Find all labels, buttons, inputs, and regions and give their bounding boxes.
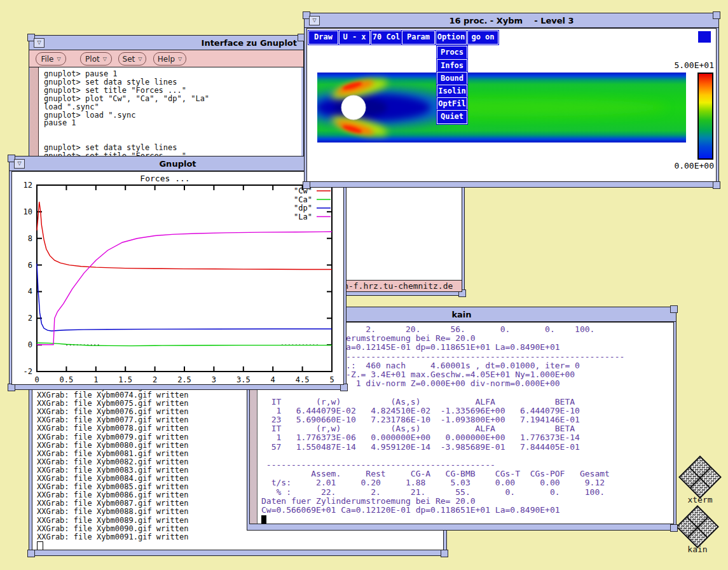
xterm-text: XXGrab: file Xybm0073.gif writtenXXGrab:… — [37, 383, 188, 541]
dropdown-item-bound[interactable]: Bound — [437, 72, 467, 86]
xybm-button-70col[interactable]: 70 Col — [371, 31, 402, 45]
icon-xterm[interactable]: xterm — [675, 457, 725, 504]
console-line — [261, 515, 624, 524]
svg-text:4: 4 — [271, 375, 275, 384]
gnuplot-titlebar[interactable]: ▽ Gnuplot — [10, 156, 346, 171]
chevron-down-icon: ▽ — [57, 56, 60, 62]
window-menu-button[interactable]: ▽ — [14, 159, 25, 169]
svg-text:3: 3 — [212, 375, 216, 384]
svg-text:0.5: 0.5 — [60, 375, 74, 384]
log-line: XXGrab: file Xybm0079.gif written — [37, 433, 188, 441]
cylinder — [341, 95, 366, 120]
svg-text:3.5: 3.5 — [237, 375, 251, 384]
console-line: Assem. Rest CG-A CG-BMB CGs-T CGs-POF Ge… — [261, 469, 624, 478]
svg-text:0: 0 — [34, 375, 39, 384]
icon-kain[interactable]: kain — [673, 506, 722, 554]
svg-text:1.5: 1.5 — [118, 375, 132, 384]
svg-text:"dp": "dp" — [294, 204, 312, 212]
console-line: pause 1 — [44, 119, 209, 127]
colorbar-max-label: 5.00E+01 — [654, 60, 714, 70]
resize-corner[interactable] — [670, 524, 678, 532]
resize-corner[interactable] — [27, 550, 35, 557]
console-line: Daten fuer Zylinderumstroemung bei Re= 2… — [261, 497, 624, 506]
window-xybm: ▽ 16 proc. - Xybm - Level 3 Draw U - x 7… — [304, 13, 719, 188]
interface-titlebar[interactable]: ▽ Interface zu Gnuplot — [29, 36, 303, 50]
console-line: 57 1.550487E-14 4.959120E-14 -3.985689E-… — [261, 443, 624, 452]
xybm-titlebar[interactable]: ▽ 16 proc. - Xybm - Level 3 — [305, 13, 718, 28]
log-line: XXGrab: file Xybm0082.gif written — [37, 458, 188, 466]
svg-text:1: 1 — [93, 375, 98, 384]
svg-text:4: 4 — [28, 287, 32, 296]
status-box — [698, 31, 711, 43]
log-line: XXGrab: file Xybm0091.gif written — [37, 533, 188, 541]
xybm-button-u-x[interactable]: U - x — [339, 31, 370, 45]
console-line: Cw=0.566069E+01 Ca=0.12120E-01 dp=0.1186… — [261, 506, 624, 515]
menu-plot[interactable]: Plot ▽ — [80, 52, 112, 66]
window-gnuplot: ▽ Gnuplot Forces ... 00.511.522.533.544.… — [9, 156, 347, 390]
svg-text:-2: -2 — [24, 367, 32, 376]
window-menu-button[interactable]: ▽ — [34, 38, 45, 48]
cfd-flow-field — [317, 73, 686, 142]
menu-plot-label: Plot — [85, 55, 100, 64]
resize-corner[interactable] — [441, 550, 448, 557]
menu-help[interactable]: Help ▽ — [153, 52, 186, 66]
chevron-down-icon: ▽ — [178, 56, 182, 62]
dropdown-item-procs[interactable]: Procs — [437, 46, 467, 60]
xybm-button-option[interactable]: Option — [436, 31, 467, 45]
dropdown-item-optfil[interactable]: OptFil — [437, 97, 467, 111]
console-line: t/s: 2.01 0.20 1.88 5.03 0.00 0.00 9.12 — [261, 478, 624, 487]
log-line: XXGrab: file Xybm0089.gif written — [37, 517, 188, 525]
menu-help-label: Help — [158, 55, 175, 64]
text-cursor — [37, 541, 43, 550]
dropdown-item-infos[interactable]: Infos — [437, 59, 467, 73]
console-line — [44, 127, 209, 136]
console-line — [261, 452, 624, 461]
window-title: Interface zu Gnuplot — [202, 38, 297, 48]
xybm-button-draw[interactable]: Draw — [308, 31, 338, 45]
svg-text:0: 0 — [28, 340, 32, 349]
window-menu-button[interactable]: ▽ — [309, 16, 320, 25]
svg-text:10: 10 — [24, 207, 32, 216]
console-line: ----------------------------------------… — [261, 461, 624, 469]
svg-text:4.5: 4.5 — [296, 375, 310, 384]
xybm-button-go-on[interactable]: go on — [467, 31, 498, 45]
colorbar-min-label: 0.00E+00 — [654, 161, 714, 170]
console-line: gnuplot> set title "Forces ..." — [44, 87, 209, 95]
forces-plot: 00.511.522.533.544.55-2024681012"Cw""Ca"… — [12, 172, 343, 384]
desktop: { "interface_window": { "title": "Interf… — [0, 0, 728, 570]
dropdown-item-isolin[interactable]: Isolin — [437, 85, 467, 99]
console-line: gnuplot> plot "Cw", "Ca", "dp", "La" — [44, 95, 209, 103]
log-line: XXGrab: file Xybm0088.gif written — [37, 508, 188, 516]
colorbar — [697, 73, 713, 160]
chevron-down-icon: ▽ — [138, 56, 142, 62]
gnuplot-canvas: Forces ... 00.511.522.533.544.55-2024681… — [11, 171, 344, 385]
svg-text:"Ca": "Ca" — [294, 195, 312, 204]
kain-app-icon[interactable] — [676, 505, 719, 548]
console-line: load ".sync" — [44, 103, 209, 111]
window-title: Gnuplot — [10, 159, 346, 169]
menu-set[interactable]: Set ▽ — [118, 52, 146, 66]
console-line: 1 1.776373E-06 0.000000E+00 0.000000E+00… — [261, 433, 624, 442]
menu-file[interactable]: File ▽ — [36, 52, 66, 66]
window-title: 16 proc. - Xybm - Level 3 — [305, 16, 718, 25]
interface-menubar: File ▽ Plot ▽ Set ▽ Help ▽ — [29, 50, 303, 67]
dropdown-item-quiet[interactable]: Quiet — [437, 110, 467, 124]
console-line: 23 5.690660E-10 7.231786E-10 -1.093800E+… — [261, 415, 624, 424]
svg-text:5: 5 — [329, 375, 334, 384]
xybm-button-param[interactable]: Param — [402, 31, 435, 45]
console-line: IT (r,w) (As,s) ALFA BETA — [261, 424, 624, 433]
console-line: 1 6.444079E-02 4.824510E-02 -1.335696E+0… — [261, 407, 624, 415]
menu-file-label: File — [41, 55, 53, 64]
resize-corner[interactable] — [713, 181, 720, 189]
console-line: IT (r,w) (As,s) ALFA BETA — [261, 398, 624, 407]
resize-corner[interactable] — [303, 181, 310, 189]
text-cursor — [261, 515, 266, 524]
svg-text:2.5: 2.5 — [177, 375, 191, 384]
svg-text:12: 12 — [24, 181, 32, 190]
xterm-app-icon[interactable] — [678, 455, 722, 499]
svg-text:8: 8 — [28, 234, 32, 243]
svg-text:"La": "La" — [294, 212, 312, 221]
menu-set-label: Set — [123, 55, 135, 64]
console-line: gnuplot> pause 1 — [44, 70, 209, 78]
svg-text:6: 6 — [28, 261, 32, 270]
